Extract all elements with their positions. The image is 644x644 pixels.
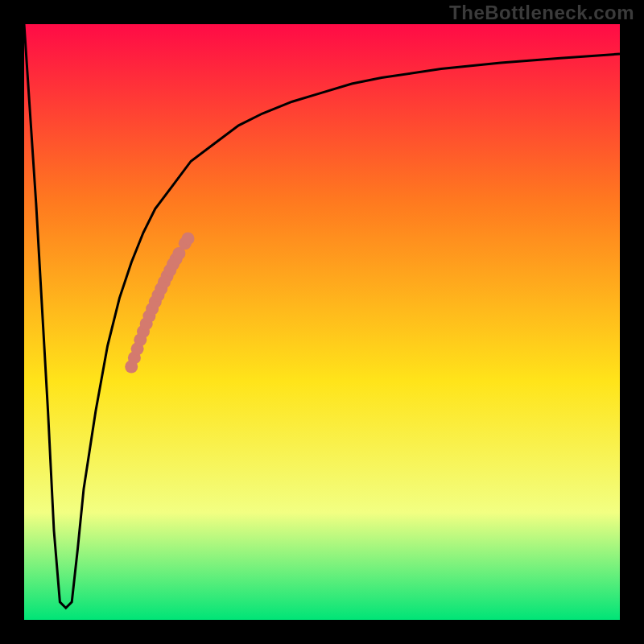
watermark-label: TheBottleneck.com bbox=[449, 2, 634, 24]
chart-frame: TheBottleneck.com bbox=[0, 0, 644, 644]
chart-svg bbox=[24, 24, 620, 620]
highlight-dot bbox=[182, 232, 195, 245]
plot-area bbox=[24, 24, 620, 620]
